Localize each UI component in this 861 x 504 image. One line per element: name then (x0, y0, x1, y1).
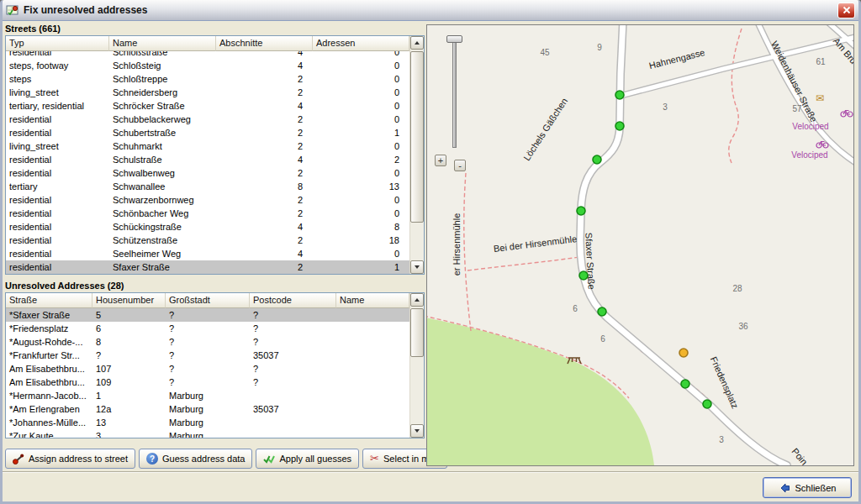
scroll-up-button[interactable] (410, 293, 424, 307)
table-cell: Schloßstraße (109, 51, 216, 59)
table-cell: *Sfaxer Straße (6, 308, 92, 322)
table-row[interactable]: residentialSchönbacher Weg20 (6, 207, 409, 220)
table-row[interactable]: residentialSchubertstraße21 (6, 126, 409, 139)
address-node-marker[interactable] (615, 91, 624, 99)
scroll-down-button[interactable] (410, 424, 424, 438)
column-header[interactable]: Name (109, 36, 216, 51)
table-row[interactable]: residentialSchwalbenweg20 (6, 166, 409, 180)
table-row[interactable]: residentialSeelheimer Weg40 (6, 247, 409, 260)
table-cell: residential (6, 166, 109, 180)
zoom-out-button[interactable]: - (454, 160, 466, 171)
table-cell: Schulstraße (109, 153, 216, 166)
table-row[interactable]: *Sfaxer Straße5?? (6, 308, 409, 322)
table-cell: residential (6, 113, 109, 126)
table-row[interactable]: Am Elisabethbru...107?? (6, 362, 409, 375)
map-panel[interactable]: ✉ HahnengasseWeidenhäuser StraßeAm BrüLö… (426, 24, 854, 466)
address-node-marker[interactable] (593, 155, 601, 164)
table-cell: Schubbelackerweg (109, 113, 216, 126)
close-window-button[interactable] (837, 3, 855, 18)
table-cell: living_street (6, 86, 109, 99)
column-header[interactable]: Adressen (313, 36, 409, 51)
close-dialog-button[interactable]: Schließen (763, 477, 852, 498)
arrow-up-icon (415, 41, 420, 45)
table-row[interactable]: tertiarySchwanallee813 (6, 180, 409, 193)
map-canvas[interactable]: ✉ HahnengasseWeidenhäuser StraßeAm BrüLö… (427, 25, 853, 465)
table-cell: steps, footway (6, 59, 109, 72)
table-cell: tertiary (6, 180, 109, 193)
arrow-down-icon (415, 265, 420, 269)
arrow-down-icon (415, 429, 420, 433)
button-label: Apply all guesses (279, 454, 351, 464)
streets-table-body[interactable]: residentialSchloßstraße40steps, footwayS… (6, 51, 409, 274)
table-cell: ? (166, 308, 250, 322)
scroll-up-button[interactable] (410, 36, 424, 50)
streets-scrollbar[interactable] (409, 36, 424, 274)
apply-guesses-button[interactable]: Apply all guesses (256, 449, 359, 469)
table-row[interactable]: tertiary, residentialSchröcker Straße40 (6, 99, 409, 113)
table-row[interactable]: residentialSchückingstraße48 (6, 220, 409, 234)
address-node-marker[interactable] (681, 380, 689, 388)
dialog-window: Fix unresolved addresses Streets (661) T… (0, 0, 861, 504)
table-row[interactable]: *Friedensplatz6?? (6, 322, 409, 335)
table-row[interactable]: *Am Erlengraben12aMarburg35037 (6, 402, 409, 416)
table-row[interactable]: *Frankfurter Str...??35037 (6, 349, 409, 362)
zoom-slider[interactable] (452, 39, 457, 148)
column-header[interactable]: Postcode (250, 293, 336, 308)
table-cell: residential (6, 220, 109, 234)
address-node-marker[interactable] (615, 122, 624, 130)
titlebar[interactable]: Fix unresolved addresses (3, 0, 858, 21)
address-node-marker[interactable] (703, 400, 711, 408)
address-node-marker[interactable] (598, 307, 606, 316)
table-cell: 0 (313, 207, 409, 220)
table-row[interactable]: stepsSchloßtreppe20 (6, 72, 409, 86)
table-cell (336, 389, 409, 402)
table-row[interactable]: *Hermann-Jacob...1Marburg (6, 389, 409, 402)
scroll-thumb[interactable] (410, 308, 424, 357)
addresses-table-body[interactable]: *Sfaxer Straße5??*Friedensplatz6??*Augus… (6, 308, 409, 438)
table-row[interactable]: Am Elisabethbru...109?? (6, 375, 409, 389)
column-header[interactable]: Name (336, 293, 409, 308)
table-row[interactable]: *August-Rohde-...8?? (6, 335, 409, 349)
table-cell: residential (6, 126, 109, 139)
addresses-scrollbar[interactable] (409, 293, 424, 438)
back-arrow-icon (779, 482, 790, 494)
table-cell: Schröcker Straße (109, 99, 216, 113)
table-row[interactable]: residentialSchulstraße42 (6, 153, 409, 166)
address-node-marker[interactable] (579, 271, 588, 280)
column-header[interactable]: Abschnitte (216, 36, 313, 51)
button-label: Guess address data (162, 454, 245, 464)
table-row[interactable]: living_streetSchuhmarkt20 (6, 139, 409, 153)
address-node-marker[interactable] (577, 207, 585, 215)
table-row[interactable]: residentialSchützenstraße218 (6, 234, 409, 247)
table-cell: 4 (216, 153, 313, 166)
table-row[interactable]: residentialSchwarzenbornweg20 (6, 193, 409, 207)
warning-node-marker[interactable] (679, 349, 688, 357)
table-cell: ? (92, 349, 166, 362)
table-row[interactable]: residentialSfaxer Straße21 (6, 260, 409, 274)
table-row[interactable]: *Zur Kaute3Marburg (6, 429, 409, 438)
scroll-down-button[interactable] (410, 260, 424, 274)
table-row[interactable]: residentialSchloßstraße40 (6, 51, 409, 59)
table-row[interactable]: steps, footwaySchloßsteig40 (6, 59, 409, 72)
guess-address-button[interactable]: ? Guess address data (139, 449, 252, 469)
table-cell: 8 (313, 220, 409, 234)
zoom-slider-handle[interactable] (446, 35, 462, 43)
table-cell: ? (166, 322, 250, 335)
scroll-thumb[interactable] (410, 51, 424, 223)
table-cell: Schützenstraße (109, 234, 216, 247)
addresses-table: StraßeHousenumberGroßstadtPostcodeName *… (5, 292, 425, 438)
column-header[interactable]: Housenumber (92, 293, 166, 308)
table-row[interactable]: residentialSchubbelackerweg20 (6, 113, 409, 126)
assign-address-button[interactable]: Assign address to street (5, 449, 135, 469)
table-row[interactable]: living_streetSchneidersberg20 (6, 86, 409, 99)
table-cell (336, 375, 409, 389)
column-header[interactable]: Großstadt (166, 293, 250, 308)
housenumber-label: 6 (573, 304, 578, 313)
table-row[interactable]: *Johannes-Mülle...13Marburg (6, 416, 409, 429)
column-header[interactable]: Typ (6, 36, 109, 51)
zoom-in-button[interactable]: + (435, 155, 446, 166)
table-cell (336, 335, 409, 349)
column-header[interactable]: Straße (6, 293, 92, 308)
toolbar: Assign address to street ? Guess address… (5, 449, 447, 470)
table-cell: ? (166, 349, 250, 362)
